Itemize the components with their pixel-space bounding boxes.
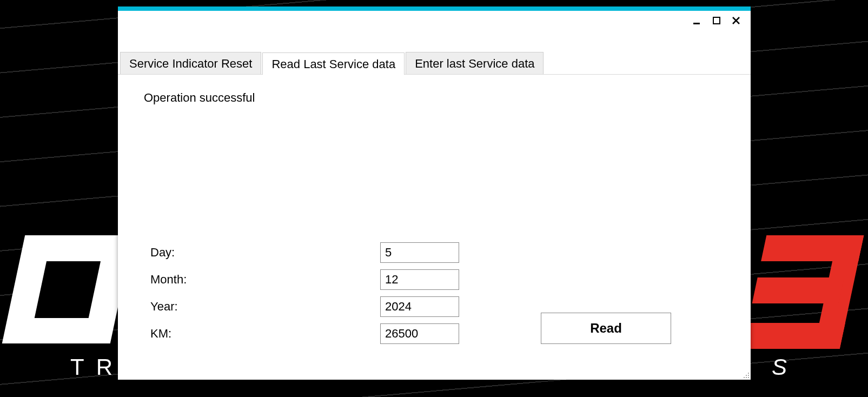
label-month: Month: bbox=[150, 273, 380, 287]
tab-content: Operation successful Day: Month: Year: K… bbox=[118, 75, 751, 380]
tab-service-indicator-reset[interactable]: Service Indicator Reset bbox=[120, 52, 261, 74]
svg-point-8 bbox=[746, 377, 747, 378]
svg-point-5 bbox=[746, 375, 747, 376]
label-km: KM: bbox=[150, 327, 380, 341]
svg-rect-0 bbox=[693, 23, 700, 24]
background-logo-right bbox=[754, 235, 852, 349]
svg-point-9 bbox=[748, 377, 749, 378]
background-text-right: S bbox=[772, 354, 787, 380]
input-day[interactable] bbox=[380, 242, 459, 263]
maximize-button[interactable] bbox=[712, 16, 721, 25]
status-message: Operation successful bbox=[144, 91, 725, 105]
tab-enter-last-service-data[interactable]: Enter last Service data bbox=[406, 52, 544, 74]
resize-grip-icon[interactable] bbox=[741, 370, 750, 379]
svg-point-7 bbox=[744, 377, 745, 378]
row-day: Day: bbox=[150, 242, 459, 263]
row-year: Year: bbox=[150, 296, 459, 317]
row-month: Month: bbox=[150, 269, 459, 290]
tab-read-last-service-data[interactable]: Read Last Service data bbox=[262, 52, 405, 75]
label-year: Year: bbox=[150, 300, 380, 314]
read-button[interactable]: Read bbox=[541, 313, 671, 344]
app-window: Service Indicator Reset Read Last Servic… bbox=[118, 6, 751, 380]
input-month[interactable] bbox=[380, 269, 459, 290]
svg-point-4 bbox=[748, 373, 749, 374]
minimize-icon bbox=[693, 17, 701, 24]
label-day: Day: bbox=[150, 246, 380, 260]
svg-point-6 bbox=[748, 375, 749, 376]
input-km[interactable] bbox=[380, 323, 459, 344]
service-data-form: Day: Month: Year: KM: bbox=[150, 242, 459, 350]
titlebar-accent bbox=[118, 6, 751, 11]
window-controls bbox=[118, 11, 751, 30]
close-button[interactable] bbox=[731, 16, 741, 25]
row-km: KM: bbox=[150, 323, 459, 344]
minimize-button[interactable] bbox=[692, 16, 702, 25]
background-logo-left bbox=[14, 235, 122, 343]
input-year[interactable] bbox=[380, 296, 459, 317]
tab-bar: Service Indicator Reset Read Last Servic… bbox=[118, 52, 751, 75]
svg-rect-1 bbox=[713, 17, 720, 24]
close-icon bbox=[732, 17, 740, 24]
maximize-icon bbox=[713, 17, 720, 24]
